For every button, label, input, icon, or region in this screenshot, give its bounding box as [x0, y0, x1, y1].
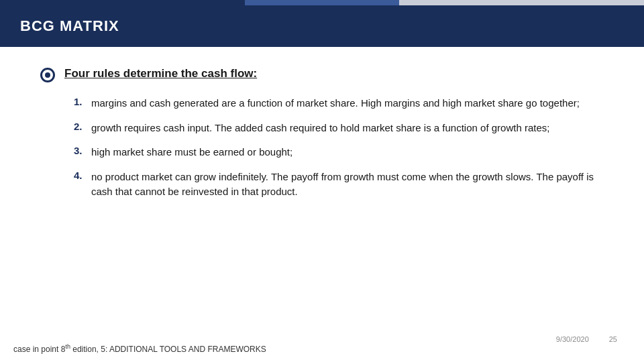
list-item: 1. margins and cash generated are a func… [74, 96, 604, 111]
list-text-1: margins and cash generated are a functio… [91, 96, 580, 111]
main-content: Four rules determine the cash flow: 1. m… [0, 67, 644, 200]
bullet-icon [40, 68, 55, 82]
footer-caption-text: case in point 8 [13, 345, 65, 354]
main-bullet: Four rules determine the cash flow: [40, 67, 604, 82]
list-text-4: no product market can grow indefinitely.… [91, 170, 604, 200]
bar-middle [245, 0, 399, 5]
footer-superscript: th [65, 343, 70, 350]
numbered-list: 1. margins and cash generated are a func… [40, 96, 604, 200]
footer-date: 9/30/2020 [556, 335, 589, 343]
list-item: 2. growth requires cash input. The added… [74, 121, 604, 136]
main-bullet-text: Four rules determine the cash flow: [64, 67, 257, 80]
bullet-inner [45, 72, 50, 78]
list-item: 4. no product market can grow indefinite… [74, 170, 604, 200]
list-number-1: 1. [74, 96, 91, 107]
list-text-3: high market share must be earned or boug… [91, 145, 292, 160]
footer-caption-rest: edition, 5: ADDITIONAL TOOLS AND FRAMEWO… [70, 345, 266, 354]
list-number-2: 2. [74, 121, 91, 132]
top-bars [0, 0, 644, 5]
bar-right [399, 0, 644, 5]
footer-page: 25 [609, 335, 617, 343]
bar-left [0, 0, 245, 5]
list-number-4: 4. [74, 170, 91, 181]
header: BCG MATRIX [0, 5, 644, 47]
page-title: BCG MATRIX [20, 17, 119, 34]
list-item: 3. high market share must be earned or b… [74, 145, 604, 160]
footer-caption: case in point 8th edition, 5: ADDITIONAL… [13, 343, 266, 354]
footer-date-page: 9/30/2020 25 [556, 335, 617, 343]
list-number-3: 3. [74, 145, 91, 156]
list-text-2: growth requires cash input. The added ca… [91, 121, 549, 136]
